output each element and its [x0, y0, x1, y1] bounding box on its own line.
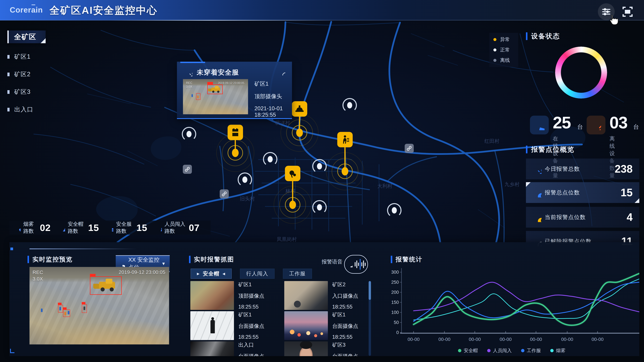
fullscreen-icon — [622, 7, 632, 17]
popup-site: 矿区1 — [254, 80, 292, 88]
normal-device-marker[interactable] — [340, 96, 359, 115]
snapshot-scrollbar[interactable] — [368, 281, 371, 356]
chart-legend: 安全帽人员闯入工作服烟雾 — [384, 348, 639, 354]
alarm-stats-chart: 05010015020025030000-0000-0000-0000-0000… — [384, 251, 639, 345]
broken-link-icon — [587, 116, 606, 134]
legend-item[interactable]: 烟雾 — [550, 348, 565, 354]
legend-item[interactable]: 人员闯入 — [487, 348, 512, 354]
vest-icon — [108, 224, 113, 231]
smoke-icon — [16, 224, 21, 231]
chart-y-tick: 0 — [396, 330, 399, 335]
snapshot-item[interactable]: 出入口 台面摄像点 18:25:55 — [190, 341, 278, 356]
live-video-player[interactable]: REC 3.0X 2019-09-12 23:00:05 — [30, 267, 169, 345]
rec-overlay: REC 3.0X — [32, 269, 43, 282]
device-status-title: 设备状态 — [526, 31, 560, 41]
snapshot-item[interactable]: 矿区1 顶部摄像点 18:25:55 — [190, 281, 278, 310]
detection-box — [58, 305, 63, 313]
normal-device-marker[interactable] — [385, 201, 404, 220]
detection-box — [196, 93, 200, 100]
normal-dot-icon — [494, 48, 496, 51]
popup-accent — [180, 62, 205, 63]
tab-workwear[interactable]: 工作服 — [283, 269, 312, 279]
map-label: 大利村 — [377, 183, 392, 189]
stat-helmet-channels: 安全帽路数15 — [60, 221, 99, 235]
snapshot-grid: 矿区1 顶部摄像点 18:25:55 矿区2 入口摄像点 18:25:55 矿区… — [190, 281, 378, 356]
abnormal-dot-icon — [494, 38, 496, 41]
offline-device-marker[interactable] — [220, 189, 229, 198]
zone-select-dropdown[interactable]: 全矿区 — [8, 30, 46, 43]
siren-icon — [532, 164, 542, 174]
person-icon — [157, 224, 162, 231]
zone-sidebar: 全矿区 矿区1 矿区2 矿区3 出入口 — [8, 30, 46, 114]
offline-device-marker[interactable] — [405, 144, 414, 153]
chart-x-tick: 00-00 — [469, 337, 481, 342]
chart-x-tick: 00-00 — [500, 337, 512, 342]
alarm-capture-title: 实时报警抓图 — [189, 255, 234, 264]
bottom-dashboard: 实时监控预览 XX 安全监控点位 ▼ REC 3.0X 2019-09-12 2… — [10, 242, 639, 356]
alarm-voice-button[interactable] — [344, 255, 368, 274]
sidebar-item-mine2[interactable]: 矿区2 — [8, 70, 46, 78]
corerain-logo: Corerain — [10, 5, 43, 14]
row-current-alarm-points[interactable]: 当前报警点位数 4 — [526, 207, 639, 228]
waveform-icon — [355, 259, 366, 270]
monitor-preview-title: 实时监控预览 — [28, 255, 72, 264]
popup-camera: 顶部摄像头 — [254, 93, 292, 100]
fullscreen-button[interactable] — [622, 7, 632, 17]
legend-item[interactable]: 安全帽 — [458, 348, 478, 354]
sidebar-item-mine1[interactable]: 矿区1 — [8, 53, 46, 61]
legend-item[interactable]: 工作服 — [521, 348, 541, 354]
bullet-icon — [8, 55, 10, 59]
timestamp-overlay: 2019-09-12 23:00:05 — [218, 81, 244, 85]
camera-icon — [120, 260, 125, 267]
normal-device-marker[interactable] — [180, 125, 198, 144]
chart-x-tick: 00-00 — [592, 337, 604, 342]
alarm-popup[interactable]: 未穿着安全服 REC 3.0X 2019-09-12 23:00:05 矿区1 … — [177, 62, 292, 119]
page-title: 全矿区AI安全监控中心 — [50, 4, 158, 17]
line-deco — [30, 249, 137, 249]
snapshot-item[interactable]: 矿区2 入口摄像点 18:25:55 — [284, 281, 372, 310]
chart-y-tick: 300 — [391, 270, 399, 275]
snapshot-image — [284, 281, 328, 310]
normal-device-marker[interactable] — [310, 198, 329, 217]
snapshot-image — [190, 341, 234, 356]
map-status-legend: 异常 正常 离线 — [489, 33, 518, 67]
chart-x-tick: 00-00 — [438, 337, 450, 342]
map-label: 红田村 — [484, 138, 500, 144]
detection-box — [207, 84, 223, 94]
row-today-alarm-total[interactable]: 今日报警总数 238 — [526, 159, 639, 179]
snapshot-item[interactable]: 矿区1 台面摄像点 18:25:55 — [284, 311, 372, 340]
chart-x-tick: 00-00 — [561, 337, 573, 342]
header-underline-glow — [109, 20, 336, 21]
helmet-icon — [60, 224, 65, 231]
chart-x-tick: 00-00 — [408, 337, 420, 342]
legend-item-abnormal: 异常 — [494, 36, 514, 43]
online-count: 25 — [553, 113, 571, 132]
mouse-cursor-hand — [608, 15, 619, 25]
sidebar-item-mine3[interactable]: 矿区3 — [8, 88, 46, 96]
row-alarm-point-total[interactable]: 报警总点位数 15 — [526, 182, 639, 203]
tab-pedestrian-intrusion[interactable]: 行人闯入 — [240, 269, 274, 279]
bracket-deco — [10, 349, 14, 353]
tab-helmet[interactable]: 安全帽 — [191, 269, 232, 279]
scrollbar-thumb[interactable] — [368, 281, 371, 300]
legend-item-offline: 离线 — [494, 57, 514, 64]
timestamp-overlay: 2019-09-12 23:00:05 — [118, 269, 165, 275]
sidebar-item-entrance[interactable]: 出入口 — [8, 105, 46, 114]
app-header: Corerain 全矿区AI安全监控中心 — [0, 0, 644, 20]
chart-y-tick: 100 — [391, 310, 399, 315]
alarm-person-marker[interactable] — [326, 132, 364, 190]
snapshot-image — [284, 341, 328, 356]
snapshot-item[interactable]: 矿区1 台面摄像点 18:25:55 — [190, 311, 278, 340]
chevron-down-icon: ▼ — [161, 261, 166, 266]
offline-device-marker[interactable] — [183, 165, 192, 174]
normal-device-marker[interactable] — [236, 170, 254, 189]
chart-y-tick: 200 — [391, 290, 399, 295]
zone-select-accent — [8, 30, 9, 43]
offline-count: 03 — [610, 113, 628, 132]
snapshot-item[interactable]: 矿区3 台面摄像点 18:25:55 — [284, 341, 372, 356]
popup-title: 未穿着安全服 — [197, 68, 239, 77]
alarm-overview-title: 报警点位概览 — [526, 145, 574, 154]
popup-snapshot[interactable]: REC 3.0X 2019-09-12 23:00:05 — [183, 79, 248, 114]
normal-device-marker[interactable] — [261, 150, 280, 169]
detection-box — [90, 276, 122, 295]
